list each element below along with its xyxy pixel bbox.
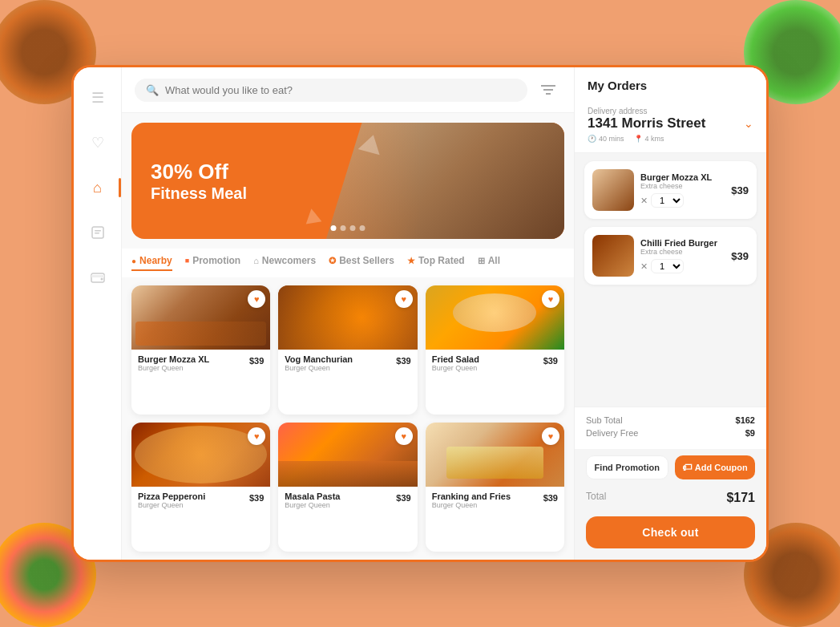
food-card-2[interactable]: ♥ Fried Salad Burger Queen $39 xyxy=(426,285,564,415)
delivery-fee-label: Delivery Free xyxy=(586,428,638,438)
svg-rect-3 xyxy=(91,273,104,282)
svg-rect-1 xyxy=(95,230,101,232)
order-item-image-1 xyxy=(592,235,634,277)
sidebar-item-menu[interactable]: ☰ xyxy=(83,83,112,112)
coupon-icon: 🏷 xyxy=(682,462,692,473)
right-panel: My Orders Delivery address 1341 Morris S… xyxy=(574,67,766,560)
main-content: 🔍 30% Off Fitness Meal xyxy=(122,67,574,560)
order-summary: Sub Total $162 Delivery Free $9 xyxy=(575,407,766,449)
add-coupon-button[interactable]: 🏷 Add Coupon xyxy=(675,455,756,479)
delivery-label: Delivery address xyxy=(588,107,753,115)
food-name-4: Masala Pasta xyxy=(285,491,410,501)
sidebar-item-home[interactable]: ⌂ xyxy=(83,173,112,202)
sidebar-item-orders[interactable] xyxy=(83,218,112,247)
favorite-btn-1[interactable]: ♥ xyxy=(395,290,413,308)
order-item-details-1: Chilli Fried Burger Extra cheese ✕ 1 2 3 xyxy=(640,238,725,273)
address-dropdown-btn[interactable]: ⌄ xyxy=(744,117,753,130)
find-promotion-button[interactable]: Find Promotion xyxy=(586,455,668,479)
checkout-button[interactable]: Check out xyxy=(586,516,755,548)
delivery-time: 🕐 40 mins xyxy=(588,135,624,143)
food-card-5[interactable]: ♥ Franking and Fries Burger Queen $39 xyxy=(426,423,564,552)
tab-all[interactable]: ⊞ All xyxy=(478,255,500,271)
food-image-1: ♥ xyxy=(278,285,417,350)
sidebar-item-wallet[interactable] xyxy=(83,263,112,292)
all-icon: ⊞ xyxy=(478,256,485,266)
qty-decrease-0[interactable]: ✕ xyxy=(640,196,648,206)
svg-rect-4 xyxy=(91,275,104,277)
bestsellers-icon: ✪ xyxy=(329,256,336,266)
delivery-address-row: 1341 Morris Street ⌄ xyxy=(588,115,753,131)
order-item-price-1: $39 xyxy=(731,250,749,262)
food-image-3: ♥ xyxy=(131,423,270,487)
food-price-1: $39 xyxy=(396,356,410,366)
order-item-1: Chilli Fried Burger Extra cheese ✕ 1 2 3… xyxy=(584,227,757,285)
hero-dot-3[interactable] xyxy=(350,225,356,231)
order-item-name-0: Burger Mozza XL xyxy=(640,172,725,182)
hero-dot-1[interactable] xyxy=(331,225,337,231)
tab-toprated[interactable]: ★ Top Rated xyxy=(407,255,465,271)
order-item-details-0: Burger Mozza XL Extra cheese ✕ 1 2 3 xyxy=(640,172,725,208)
hero-dot-2[interactable] xyxy=(341,225,346,231)
subtotal-row: Sub Total $162 xyxy=(586,415,755,425)
triangle-decoration-2 xyxy=(304,207,322,224)
delivery-address-section: Delivery address 1341 Morris Street ⌄ 🕐 … xyxy=(575,100,766,153)
food-name-1: Vog Manchurian xyxy=(285,354,410,364)
food-card-0[interactable]: ♥ Burger Mozza XL Burger Queen $39 xyxy=(131,285,270,415)
promotion-icon: ■ xyxy=(185,257,189,265)
total-label: Total xyxy=(586,491,606,505)
nearby-icon: ● xyxy=(131,257,136,265)
order-item-image-0 xyxy=(592,169,634,211)
search-bar[interactable]: 🔍 xyxy=(135,79,527,102)
tab-newcomers[interactable]: ⌂ Newcomers xyxy=(253,255,316,271)
hero-dot-4[interactable] xyxy=(360,225,365,231)
subtotal-value: $162 xyxy=(736,415,755,425)
qty-select-1[interactable]: 1 2 3 xyxy=(651,259,684,273)
food-price-4: $39 xyxy=(396,493,410,503)
orders-title: My Orders xyxy=(575,67,766,100)
food-restaurant-3: Burger Queen xyxy=(138,501,264,509)
food-price-3: $39 xyxy=(249,493,264,503)
qty-decrease-1[interactable]: ✕ xyxy=(640,261,648,272)
search-input[interactable] xyxy=(165,84,516,96)
tab-promotion[interactable]: ■ Promotion xyxy=(185,255,240,271)
delivery-meta: 🕐 40 mins 📍 4 kms xyxy=(588,135,753,143)
hero-text: 30% Off Fitness Meal xyxy=(151,160,247,203)
hero-banner: 30% Off Fitness Meal xyxy=(131,123,564,239)
food-restaurant-5: Burger Queen xyxy=(432,501,558,509)
favorite-btn-5[interactable]: ♥ xyxy=(542,427,559,445)
category-tabs: ● Nearby ■ Promotion ⌂ Newcomers ✪ Best … xyxy=(122,249,574,277)
food-name-0: Burger Mozza XL xyxy=(138,354,264,364)
hero-discount: 30% Off xyxy=(151,160,247,184)
food-image-2: ♥ xyxy=(426,285,564,350)
total-value: $171 xyxy=(726,491,755,505)
delivery-fee-row: Delivery Free $9 xyxy=(586,428,755,438)
tab-bestsellers[interactable]: ✪ Best Sellers xyxy=(329,255,394,271)
coupon-row: Find Promotion 🏷 Add Coupon xyxy=(586,455,755,479)
order-item-price-0: $39 xyxy=(731,184,749,196)
food-card-4[interactable]: ♥ Masala Pasta Burger Queen $39 xyxy=(278,423,417,552)
toprated-icon: ★ xyxy=(407,256,415,266)
delivery-fee-value: $9 xyxy=(745,428,755,438)
food-image-5: ♥ xyxy=(426,423,564,487)
food-grid: ♥ Burger Mozza XL Burger Queen $39 ♥ Vog… xyxy=(122,277,574,560)
food-card-3[interactable]: ♥ Pizza Pepperoni Burger Queen $39 xyxy=(131,423,270,552)
order-item-qty-0: ✕ 1 2 3 xyxy=(640,193,725,208)
hero-pagination-dots xyxy=(331,225,365,231)
order-item-0: Burger Mozza XL Extra cheese ✕ 1 2 3 $39 xyxy=(584,161,757,219)
subtotal-label: Sub Total xyxy=(586,415,623,425)
food-name-3: Pizza Pepperoni xyxy=(138,491,264,501)
total-row: Total $171 xyxy=(575,486,766,510)
sidebar-item-favorites[interactable]: ♡ xyxy=(83,128,112,157)
tab-nearby[interactable]: ● Nearby xyxy=(131,255,172,271)
filter-button[interactable] xyxy=(535,77,561,103)
food-card-1[interactable]: ♥ Vog Manchurian Burger Queen $39 xyxy=(278,285,417,415)
food-restaurant-4: Burger Queen xyxy=(285,501,410,509)
food-price-2: $39 xyxy=(543,356,558,366)
delivery-address-text: 1341 Morris Street xyxy=(588,115,705,131)
food-image-0: ♥ xyxy=(131,285,270,350)
qty-select-0[interactable]: 1 2 3 xyxy=(651,193,684,208)
header: 🔍 xyxy=(122,67,574,113)
favorite-btn-2[interactable]: ♥ xyxy=(542,290,559,308)
svg-rect-2 xyxy=(95,233,99,234)
favorite-btn-4[interactable]: ♥ xyxy=(395,427,413,445)
